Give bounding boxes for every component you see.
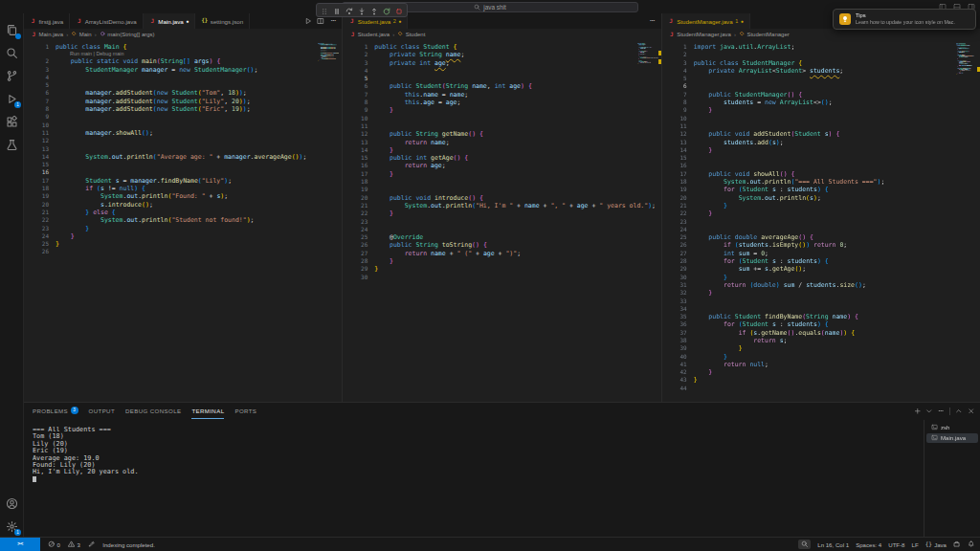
- run-icon[interactable]: [304, 17, 312, 25]
- terminal-session-Main.java[interactable]: Main.java: [926, 433, 978, 444]
- gutter-line-number[interactable]: 15: [343, 154, 374, 162]
- panel-tab-debug-console[interactable]: DEBUG CONSOLE: [125, 403, 181, 419]
- minimap[interactable]: [955, 43, 978, 76]
- gutter-line-number[interactable]: 3: [343, 59, 374, 67]
- activity-bar-item-explorer[interactable]: [0, 18, 23, 41]
- gutter-line-number[interactable]: 26: [662, 241, 694, 249]
- breadcrumb-item[interactable]: JStudent.java: [349, 31, 390, 37]
- step-into-button[interactable]: [358, 2, 366, 19]
- stop-button[interactable]: [395, 2, 403, 19]
- gutter-line-number[interactable]: 34: [662, 305, 694, 313]
- remote-indicator[interactable]: ><: [0, 538, 40, 551]
- gutter-line-number[interactable]: 33: [662, 298, 694, 305]
- gutter-line-number[interactable]: 19: [662, 186, 694, 193]
- gutter-line-number[interactable]: 15: [24, 161, 56, 168]
- gutter-line-number[interactable]: 43: [662, 376, 694, 384]
- activity-bar-item-accounts[interactable]: [0, 492, 23, 515]
- gutter-line-number[interactable]: 44: [662, 385, 694, 392]
- gutter-line-number[interactable]: 13: [662, 139, 694, 146]
- gutter-line-number[interactable]: 16: [343, 162, 374, 169]
- more-actions-icon[interactable]: ⋯: [649, 17, 657, 25]
- gutter-line-number[interactable]: 27: [662, 250, 694, 257]
- gutter-line-number[interactable]: 7: [24, 98, 56, 105]
- gutter-line-number[interactable]: 2: [343, 51, 374, 58]
- terminal-output[interactable]: === All Students ===Tom (18)Lily (20)Eri…: [33, 427, 921, 537]
- gutter-line-number[interactable]: 35: [662, 313, 694, 320]
- gutter-line-number[interactable]: 20: [343, 194, 374, 202]
- gutter-line-number[interactable]: 2: [662, 51, 694, 58]
- activity-bar-item-source-control[interactable]: [0, 64, 23, 87]
- minimap[interactable]: [317, 43, 340, 62]
- gutter-line-number[interactable]: 17: [662, 170, 694, 178]
- gutter-line-number[interactable]: 3: [24, 66, 56, 74]
- gutter-line-number[interactable]: 1: [662, 43, 694, 51]
- gutter-line-number[interactable]: 16: [662, 162, 694, 169]
- gutter-line-number[interactable]: 25: [343, 233, 374, 241]
- panel-tab-ports[interactable]: PORTS: [234, 403, 256, 419]
- gutter-line-number[interactable]: 24: [662, 226, 694, 233]
- breadcrumb-item[interactable]: main(String[] args): [100, 31, 155, 37]
- gutter-line-number[interactable]: 9: [662, 106, 694, 114]
- gutter-line-number[interactable]: 4: [24, 74, 56, 81]
- tab-Main.java[interactable]: JMain.java●: [144, 13, 196, 29]
- status-ln-16-col-1[interactable]: Ln 16, Col 1: [817, 541, 849, 548]
- gutter-line-number[interactable]: 8: [662, 99, 694, 106]
- gutter-line-number[interactable]: 3: [662, 59, 694, 67]
- gutter-line-number[interactable]: 5: [662, 75, 694, 82]
- step-out-button[interactable]: [370, 2, 378, 19]
- gutter-line-number[interactable]: 12: [343, 130, 374, 138]
- close-icon[interactable]: [968, 408, 975, 415]
- breadcrumb-item[interactable]: JMain.java: [31, 31, 63, 37]
- status-message[interactable]: Indexing completed.: [102, 541, 155, 548]
- status-spaces-4[interactable]: Spaces: 4: [856, 541, 881, 548]
- ports-status[interactable]: [953, 540, 961, 548]
- breadcrumb-item[interactable]: Main: [71, 31, 92, 37]
- gutter-line-number[interactable]: 40: [662, 353, 694, 361]
- status-utf-8[interactable]: UTF-8: [888, 541, 904, 548]
- panel-tab-terminal[interactable]: TERMINAL: [191, 403, 224, 419]
- gutter-line-number[interactable]: 15: [662, 154, 694, 162]
- chevron-down-icon[interactable]: [925, 408, 933, 415]
- code-editor[interactable]: 1import java.util.ArrayList;23public cla…: [662, 39, 980, 402]
- gutter-line-number[interactable]: 10: [343, 115, 374, 122]
- gutter-line-number[interactable]: 21: [662, 202, 694, 209]
- gutter-line-number[interactable]: 22: [24, 216, 56, 224]
- gutter-line-number[interactable]: 8: [343, 99, 374, 106]
- gutter-line-number[interactable]: 17: [343, 170, 374, 178]
- gutter-line-number[interactable]: 1: [343, 43, 374, 51]
- warning-triangle-status[interactable]: 3: [68, 540, 80, 548]
- status-lf[interactable]: LF: [912, 541, 919, 548]
- gutter-line-number[interactable]: 24: [24, 232, 56, 240]
- activity-bar-item-extensions[interactable]: [0, 110, 23, 133]
- activity-bar-item-testing[interactable]: [0, 133, 23, 156]
- gutter-line-number[interactable]: 23: [343, 218, 374, 226]
- gutter-line-number[interactable]: 21: [24, 209, 56, 216]
- activity-bar-item-search[interactable]: [0, 41, 23, 64]
- gutter-line-number[interactable]: 19: [343, 186, 374, 193]
- tab-firstjj.java[interactable]: Jfirstjj.java: [24, 13, 70, 29]
- gutter-line-number[interactable]: 14: [24, 153, 56, 161]
- activity-bar-item-settings[interactable]: 1: [0, 515, 23, 538]
- breadcrumb-item[interactable]: JStudentManager.java: [669, 31, 731, 37]
- gutter-line-number[interactable]: 22: [662, 209, 694, 217]
- tab-StudentManager.java[interactable]: JStudentManager.java1●: [662, 13, 750, 29]
- gutter-line-number[interactable]: 6: [24, 89, 56, 97]
- gutter-line-number[interactable]: 8: [24, 105, 56, 113]
- gutter-line-number[interactable]: 26: [24, 248, 56, 255]
- gutter-line-number[interactable]: 4: [343, 67, 374, 75]
- gutter-line-number[interactable]: 14: [662, 146, 694, 154]
- maximize-panel-icon[interactable]: [955, 408, 963, 415]
- gutter-line-number[interactable]: 28: [662, 257, 694, 265]
- gutter-line-number[interactable]: 16: [24, 168, 56, 176]
- gutter-line-number[interactable]: 14: [343, 146, 374, 154]
- terminal-session-zsh[interactable]: zsh: [926, 422, 978, 432]
- gutter-line-number[interactable]: 18: [662, 178, 694, 186]
- gutter-line-number[interactable]: 24: [343, 226, 374, 233]
- tab-settings.json[interactable]: {}settings.json: [195, 13, 250, 29]
- gutter-line-number[interactable]: 32: [662, 289, 694, 297]
- breadcrumb-item[interactable]: StudentManager: [739, 31, 790, 37]
- gutter-line-number[interactable]: 29: [662, 265, 694, 273]
- gutter-line-number[interactable]: 26: [343, 241, 374, 249]
- grip-button[interactable]: [321, 2, 328, 19]
- breadcrumb-item[interactable]: Student: [397, 31, 425, 37]
